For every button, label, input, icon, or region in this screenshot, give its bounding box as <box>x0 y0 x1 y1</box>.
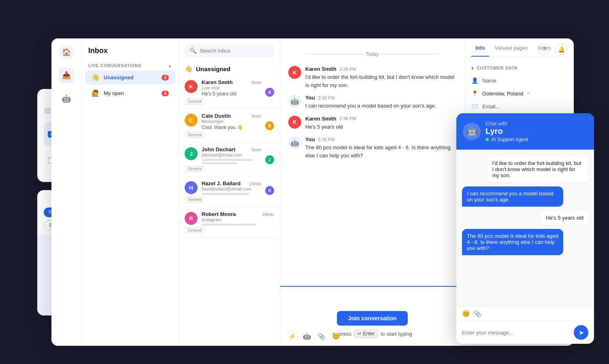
conv-name-1: Cate Dustin <box>202 113 231 119</box>
field-location-edit[interactable]: ✏ <box>527 91 531 96</box>
inbox-sidebar: Inbox LIVE CONVERSATIONS ▲ 👋 Unassigned … <box>82 38 179 346</box>
lyro-input-area[interactable]: ➤ <box>456 321 594 344</box>
conv-time-2: 5min <box>251 147 261 152</box>
conv-channel-0: Live chat <box>202 85 261 90</box>
lyro-emoji-icon[interactable]: 😊 <box>462 310 470 317</box>
lyro-attach-icon[interactable]: 📎 <box>473 310 481 317</box>
msg-meta-1: You 2:38 PM <box>305 95 456 101</box>
line-john-1 <box>202 159 252 161</box>
conv-avatar-robert: R <box>185 212 198 225</box>
conv-item-2[interactable]: J John Dechart 5min jdechart@email.com J <box>179 142 280 176</box>
msg-name-1: You <box>305 95 315 101</box>
customer-field-email: ✉️ Email... <box>465 100 574 113</box>
msg-text-1: I can recommend you a model based on you… <box>305 102 456 110</box>
conv-channel-1: Messenger <box>202 119 261 124</box>
conv-row-3: H Hazel J. Ballard 15min hazeljballard@e… <box>185 180 274 195</box>
sidebar-item-myopen[interactable]: 🙋 My open 3 <box>85 86 175 100</box>
conv-name-row-1: Cate Dustin 5min <box>202 113 261 119</box>
msg-name-0: Karen Smith <box>305 66 336 72</box>
live-conv-chevron[interactable]: ▲ <box>168 63 172 68</box>
join-conversation-button[interactable]: Join conversation <box>337 311 408 326</box>
search-box: 🔍 <box>185 44 274 57</box>
msg-time-2: 2:38 PM <box>340 116 356 121</box>
msg-row-1: 🤖 You 2:38 PM I can recommend you a mode… <box>288 95 456 110</box>
conv-body-1: Cate Dustin 5min Messenger Cool, thank y… <box>202 113 261 130</box>
unassigned-badge: 3 <box>162 75 169 80</box>
conv-tag-2: General <box>185 166 205 172</box>
tab-viewed-pages[interactable]: Viewed pages <box>491 38 532 57</box>
tab-info[interactable]: Info <box>471 38 489 57</box>
conv-tag-4: General <box>185 227 205 233</box>
conv-avatar-cate: C <box>185 114 198 127</box>
conv-row-0: K Karen Smith 5min Live chat He's 5 year… <box>185 79 274 97</box>
lyro-header-text: Chat with Lyro AI Support Agent <box>485 121 528 142</box>
lyro-bot-avatar: 🤖 <box>463 123 481 140</box>
search-input[interactable] <box>200 48 269 54</box>
help-icon[interactable]: ? <box>538 43 550 55</box>
chat-area: Today K Karen Smith 2:38 PM I'd like to … <box>280 38 464 346</box>
notification-icon[interactable]: 🔔 <box>555 43 567 55</box>
customer-field-location: 📍 Goleniów, Poland ✏ <box>465 87 574 100</box>
toolbar-bot[interactable]: 🤖 <box>303 332 311 340</box>
left-nav: 🏠 📥 🤖 <box>51 38 82 346</box>
conv-item-4[interactable]: R Robert Moora 18min Instagram General <box>179 207 280 238</box>
online-dot <box>485 138 489 141</box>
conv-agent-2: J <box>265 155 274 164</box>
lyro-msg-0: I'd like to order the fort-building kit,… <box>487 156 588 182</box>
press-hint: or press ↵ Enter to start typing <box>332 330 412 338</box>
msg-time-0: 2:38 PM <box>340 67 356 72</box>
lyro-send-button[interactable]: ➤ <box>574 325 588 340</box>
conv-item-0[interactable]: K Karen Smith 5min Live chat He's 5 year… <box>179 75 280 109</box>
conv-time-4: 18min <box>262 212 274 217</box>
msg-row-0: K Karen Smith 2:38 PM I'd like to order … <box>288 66 456 89</box>
line-robert-1 <box>202 224 256 226</box>
lyro-chat-with: Chat with <box>485 121 528 127</box>
lyro-message-input[interactable] <box>462 330 570 336</box>
chat-input-area: Join conversation or press ↵ Enter to st… <box>280 286 464 346</box>
chat-toolbar: ⚡ 🤖 📎 😊 <box>288 332 340 340</box>
conv-avatar-john: J <box>185 147 198 160</box>
line-hazel-1 <box>202 193 249 195</box>
conv-item-1[interactable]: C Cate Dustin 5min Messenger Cool, thank… <box>179 109 280 142</box>
sidebar-item-unassigned[interactable]: 👋 Unassigned 3 <box>85 70 175 85</box>
msg-avatar-2: K <box>288 116 301 129</box>
toolbar-checkbox[interactable]: ⬜ <box>44 107 51 114</box>
field-email-icon: ✉️ <box>471 103 478 110</box>
conv-body-3: Hazel J. Ballard 15min hazeljballard@ema… <box>202 180 261 195</box>
conv-row-1: C Cate Dustin 5min Messenger Cool, thank… <box>185 113 274 130</box>
conv-name-row-0: Karen Smith 5min <box>202 79 261 85</box>
msg-row-2: K Karen Smith 2:38 PM He's 5 years old <box>288 116 456 131</box>
lyro-header: 🤖 Chat with Lyro AI Support Agent <box>456 113 594 150</box>
toolbar-lightning[interactable]: ⚡ <box>288 332 296 340</box>
search-icon: 🔍 <box>190 47 196 54</box>
nav-bot[interactable]: 🤖 <box>59 91 74 106</box>
msg-row-3: 🤖 You 2:38 PM The 80 pcs model is ideal … <box>288 136 456 159</box>
msg-meta-0: Karen Smith 2:38 PM <box>305 66 456 72</box>
customer-data-header[interactable]: › CUSTOMER DATA <box>465 62 574 74</box>
lyro-agent-text: AI Support Agent <box>491 137 528 142</box>
conv-row-2: J John Dechart 5min jdechart@email.com J <box>185 146 274 164</box>
customer-field-name: 👤 Name <box>465 74 574 87</box>
field-location-icon: 📍 <box>471 90 478 97</box>
press-hint-suffix: to start typing <box>381 331 412 337</box>
lyro-input-bottom: 😊 📎 <box>456 306 594 321</box>
conv-tag-0: General <box>185 98 205 104</box>
conv-time-0: 5min <box>251 80 261 85</box>
msg-meta-2: Karen Smith 2:38 PM <box>305 116 456 122</box>
nav-logo: 🏠 <box>59 45 74 59</box>
conv-channel-2: jdechart@email.com <box>202 152 261 157</box>
msg-text-2: He's 5 years old <box>305 123 456 131</box>
nav-inbox[interactable]: 📥 <box>59 68 74 83</box>
toolbar-emoji[interactable]: 😊 <box>332 332 340 340</box>
msg-text-3: The 80 pcs model is ideal for kids aged … <box>305 144 456 159</box>
conv-avatar-karen: K <box>185 80 198 93</box>
unassigned-label: Unassigned <box>104 74 158 80</box>
conv-item-3[interactable]: H Hazel J. Ballard 15min hazeljballard@e… <box>179 176 280 207</box>
customer-data-label: CUSTOMER DATA <box>477 66 517 70</box>
lyro-msg-3: The 80 pcs model is ideal for kids aged … <box>462 229 563 255</box>
conv-preview-0: He's 5 years old <box>202 91 261 97</box>
msg-content-3: You 2:38 PM The 80 pcs model is ideal fo… <box>305 136 456 159</box>
conv-body-2: John Dechart 5min jdechart@email.com <box>202 146 261 164</box>
conv-list-header: 🔍 <box>179 38 280 61</box>
toolbar-attach[interactable]: 📎 <box>317 332 326 340</box>
